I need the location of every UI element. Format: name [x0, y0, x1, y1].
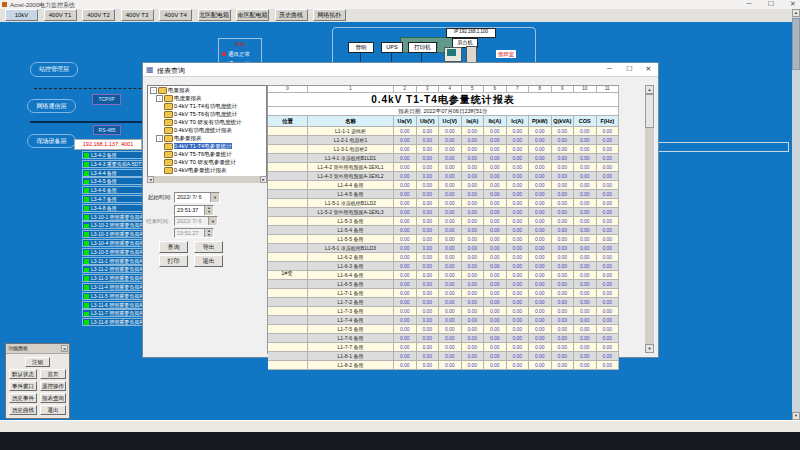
tab-400V T4[interactable]: 400V T4	[159, 9, 192, 21]
table-row[interactable]: L1-3-1 电容柜20.000.000.000.000.000.000.000…	[268, 145, 619, 154]
table-row[interactable]: L1-4-5 备用0.000.000.000.000.000.000.000.0…	[268, 190, 619, 199]
column-number[interactable]: 11	[597, 86, 620, 93]
exit-button[interactable]: 退出	[194, 255, 223, 267]
logout-button[interactable]: 注销	[25, 357, 50, 367]
tab-网络拓扑[interactable]: 网络拓扑	[313, 9, 346, 21]
print-button[interactable]: 打印	[159, 255, 188, 267]
chevron-down-icon[interactable]: ▼	[208, 217, 217, 225]
event-window-button[interactable]: 事件窗口	[9, 381, 37, 391]
export-button[interactable]: 导出	[194, 241, 223, 253]
feeder-item[interactable]: L3-10-2 照明重要负荷A柜	[82, 221, 144, 229]
start-date-select[interactable]: 2022/ 7/ 6▼	[174, 192, 220, 203]
end-time-spinner[interactable]: 23:51:27 ▲▼	[174, 228, 214, 238]
feeder-item[interactable]: L3-4-6 备用	[82, 186, 144, 194]
history-curve-button[interactable]: 历史曲线	[9, 405, 37, 415]
tab-400V T3[interactable]: 400V T3	[121, 9, 154, 21]
feeder-item[interactable]: L3-11-1 照明重要负荷A柜	[82, 257, 144, 265]
column-number[interactable]: 3	[417, 86, 440, 93]
feeder-item[interactable]: L3-4-8 备用	[82, 204, 144, 212]
feeder-item[interactable]: L3-4-7 备用	[82, 195, 144, 203]
dialog-titlebar[interactable]: ▦ 报表查询 ─ ☐ ✕	[143, 63, 658, 77]
tree-item[interactable]: 0.4kV T0 研发电参量统计	[148, 158, 266, 166]
tree-item[interactable]: 0.4kV T1-T4电参量统计	[148, 142, 266, 150]
feeder-item[interactable]: L3-11-8 照明重要负荷A柜	[82, 318, 144, 326]
scroll-left-icon[interactable]: ◄	[147, 176, 154, 183]
exit-panel-button[interactable]: 退出	[40, 405, 66, 415]
start-time-spinner[interactable]: 23:51:37 ▲▼	[174, 205, 214, 216]
expander-icon[interactable]: -	[156, 95, 163, 102]
feeder-item[interactable]: L3-11-7 照明重要负荷A柜	[82, 309, 144, 317]
column-number[interactable]: 4	[439, 86, 462, 93]
feeder-item[interactable]: L3-10-5 照明重要负荷A柜	[82, 248, 144, 256]
table-row[interactable]: L1-6-3 备用0.000.000.000.000.000.000.000.0…	[268, 262, 619, 271]
table-row[interactable]: L1-2-1 电容柜10.000.000.000.000.000.000.000…	[268, 136, 619, 145]
history-events-button[interactable]: 历史事件	[9, 393, 37, 403]
tab-400V T2[interactable]: 400V T2	[82, 9, 115, 21]
scroll-right-icon[interactable]: ►	[260, 176, 267, 183]
panel-close-icon[interactable]: ✕	[61, 345, 68, 352]
table-row[interactable]: L1-7-2 备用0.000.000.000.000.000.000.000.0…	[268, 298, 619, 307]
column-number[interactable]: 10	[574, 86, 597, 93]
table-row[interactable]: L1-7-1 备用0.000.000.000.000.000.000.000.0…	[268, 289, 619, 298]
dialog-maximize-icon[interactable]: ☐	[621, 63, 638, 75]
tree-item[interactable]: 0.4kV电参量统计报表	[148, 166, 266, 174]
query-button[interactable]: 查询	[159, 241, 188, 253]
expander-icon[interactable]: -	[150, 87, 157, 94]
tab-南区配电箱[interactable]: 南区配电箱	[236, 9, 269, 21]
feeder-item[interactable]: L3-10-4 照明重要负荷A柜	[82, 239, 144, 247]
table-row[interactable]: L1-4-3 室外用电预留A-1EXL20.000.000.000.000.00…	[268, 172, 619, 181]
dialog-minimize-icon[interactable]: ─	[601, 63, 618, 75]
table-row[interactable]: L1-7-5 备用0.000.000.000.000.000.000.000.0…	[268, 325, 619, 334]
chevron-down-icon[interactable]: ▼	[210, 193, 219, 202]
scroll-down-icon[interactable]: ▼	[792, 412, 800, 420]
feeder-item[interactable]: L3-10-3 照明重要负荷A柜	[82, 230, 144, 238]
table-row[interactable]: L1-8-1 备用0.000.000.000.000.000.000.000.0…	[268, 352, 619, 361]
scroll-thumb[interactable]	[792, 18, 800, 70]
table-row[interactable]: L1-4-2 室外用电预留A-1EXL10.000.000.000.000.00…	[268, 163, 619, 172]
tree-item[interactable]: 0.4kV T1-T4有功电度统计	[148, 102, 266, 110]
tab-10kV[interactable]: 10kV	[5, 9, 38, 21]
minimize-icon[interactable]: ─	[742, 0, 756, 9]
canvas-scrollbar[interactable]	[792, 9, 800, 420]
close-icon[interactable]: ✕	[786, 0, 800, 9]
table-row[interactable]: L1-6-5 备用0.000.000.000.000.000.000.000.0…	[268, 280, 619, 289]
table-row[interactable]: L1-5-3 备用0.000.000.000.000.000.000.000.0…	[268, 217, 619, 226]
scroll-up-icon[interactable]: ▲	[792, 9, 800, 17]
default-state-button[interactable]: 默认状态	[9, 369, 37, 379]
dialog-close-icon[interactable]: ✕	[640, 63, 657, 75]
table-row[interactable]: L1-8-2 备用0.000.000.000.000.000.000.000.0…	[268, 361, 619, 370]
table-row[interactable]: L1-5-4 备用0.000.000.000.000.000.000.000.0…	[268, 226, 619, 235]
feeder-item[interactable]: L3-11-4 照明重要负荷A柜	[82, 283, 144, 291]
table-row[interactable]: L1-1-1 进线柜0.000.000.000.000.000.000.000.…	[268, 127, 619, 136]
table-row[interactable]: L1-5-2 室外用电预留A-1EXL30.000.000.000.000.00…	[268, 208, 619, 217]
feeder-item[interactable]: L3-10-1 照明重要负荷A柜	[82, 213, 144, 221]
table-row[interactable]: L1-7-7 备用0.000.000.000.000.000.000.000.0…	[268, 343, 619, 352]
feeder-item[interactable]: L3-4-2 备用	[82, 151, 144, 159]
column-number[interactable]: 7	[507, 86, 530, 93]
feeder-item[interactable]: L3-4-3 重要负荷A-5DT1	[82, 160, 144, 168]
column-number[interactable]: 9	[552, 86, 575, 93]
tab-历史曲线[interactable]: 历史曲线	[275, 9, 308, 21]
tree-item[interactable]: -电参量报表	[148, 134, 266, 142]
column-number[interactable]: 0	[268, 86, 308, 93]
tree-item[interactable]: -电度量报表	[148, 94, 266, 102]
feeder-item[interactable]: L3-11-5 照明重要负荷A柜	[82, 292, 144, 300]
table-scroll-down-icon[interactable]: ▼	[645, 344, 654, 353]
spinner-arrows-icon[interactable]: ▲▼	[204, 229, 213, 237]
remote-control-button[interactable]: 遥控操作	[40, 381, 66, 391]
table-row[interactable]: L1-5-1 冷冻机组B1LD20.000.000.000.000.000.00…	[268, 199, 619, 208]
table-row[interactable]: L1-4-4 备用0.000.000.000.000.000.000.000.0…	[268, 181, 619, 190]
table-row[interactable]: L1-7-3 备用0.000.000.000.000.000.000.000.0…	[268, 307, 619, 316]
feeder-item[interactable]: L3-4-4 备用	[82, 169, 144, 177]
tree-item[interactable]: -电量报表	[148, 86, 266, 94]
end-date-select[interactable]: 2022/ 7/ 6▼	[174, 216, 218, 226]
report-query-button[interactable]: 报表查询	[40, 393, 66, 403]
table-row[interactable]: L1-4-1 冷冻机组B1LD10.000.000.000.000.000.00…	[268, 154, 619, 163]
home-button[interactable]: 首页	[40, 369, 66, 379]
tree-item[interactable]: 0.4kV T5-T6电参量统计	[148, 150, 266, 158]
expander-icon[interactable]: -	[156, 135, 163, 142]
table-row[interactable]: L1-6-2 备用0.000.000.000.000.000.000.000.0…	[268, 253, 619, 262]
table-row[interactable]: L1-7-4 备用0.000.000.000.000.000.000.000.0…	[268, 316, 619, 325]
column-number[interactable]: 2	[394, 86, 417, 93]
tree-item[interactable]: 0.4kV有功电度统计报表	[148, 126, 266, 134]
